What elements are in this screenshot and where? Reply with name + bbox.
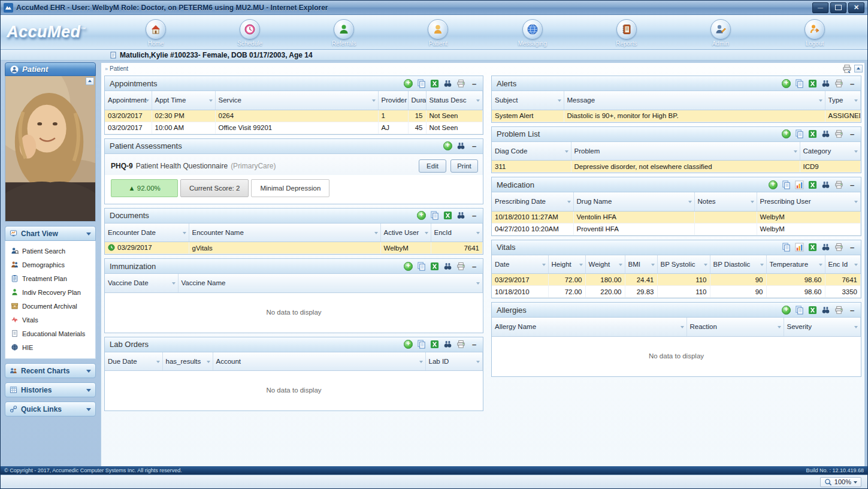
add-icon[interactable]: [781, 79, 791, 89]
add-icon[interactable]: [403, 339, 413, 349]
column-header[interactable]: has_results: [162, 352, 213, 371]
sidebar-item-vitals[interactable]: Vitals: [5, 313, 95, 327]
table-row[interactable]: 10/18/2010 11:27AMVentolin HFAWelbyM: [492, 211, 861, 223]
export-copy-icon[interactable]: [416, 261, 427, 271]
column-header[interactable]: Allergy Name: [492, 318, 686, 336]
column-header[interactable]: Appt Time: [152, 91, 215, 110]
export-copy-icon[interactable]: [794, 129, 805, 139]
table-row[interactable]: 03/29/201772.00180.0024.411109098.607641: [492, 274, 861, 286]
table-row[interactable]: 03/20/201710:00 AMOffice Visit 99201AJ45…: [105, 122, 483, 134]
column-header[interactable]: Category: [800, 142, 861, 161]
nav-schedule[interactable]: Schedule: [228, 19, 271, 47]
export-copy-icon[interactable]: [794, 305, 805, 315]
search-binoculars-icon[interactable]: [821, 242, 831, 252]
column-header[interactable]: Height: [548, 255, 585, 274]
column-header[interactable]: Message: [564, 91, 825, 110]
column-header[interactable]: BP Systolic: [657, 255, 710, 274]
search-binoculars-icon[interactable]: [456, 210, 466, 221]
add-icon[interactable]: [403, 261, 413, 271]
column-header[interactable]: Vaccine Date: [105, 274, 178, 292]
column-header[interactable]: Encounter Date: [105, 224, 189, 242]
excel-export-icon[interactable]: [807, 180, 818, 190]
column-header[interactable]: Problem: [571, 142, 800, 161]
search-binoculars-icon[interactable]: [821, 79, 831, 89]
minimize-button[interactable]: [812, 2, 828, 13]
minimize-panel-icon[interactable]: [469, 79, 479, 89]
excel-export-icon[interactable]: [430, 339, 440, 349]
breadcrumb[interactable]: »Patient: [105, 65, 842, 72]
search-binoculars-icon[interactable]: [821, 305, 831, 315]
minimize-panel-icon[interactable]: [469, 261, 479, 271]
minimize-panel-icon[interactable]: [847, 129, 857, 139]
add-icon[interactable]: [403, 79, 413, 89]
minimize-panel-icon[interactable]: [469, 339, 479, 349]
search-binoculars-icon[interactable]: [443, 79, 453, 89]
sidebar-item-educational-materials[interactable]: Educational Materials: [5, 327, 95, 340]
sidebar-patient-header[interactable]: Patient: [5, 62, 96, 76]
print-icon[interactable]: [834, 129, 844, 139]
add-icon[interactable]: [781, 129, 791, 139]
excel-export-icon[interactable]: [807, 129, 818, 139]
minimize-panel-icon[interactable]: [847, 242, 857, 252]
excel-export-icon[interactable]: [430, 79, 440, 89]
print-icon[interactable]: [834, 79, 844, 89]
column-header[interactable]: Encounter Name: [189, 224, 380, 242]
sidebar-item-document-archival[interactable]: Document Archival: [5, 299, 95, 313]
print-icon[interactable]: [834, 242, 844, 252]
close-button[interactable]: [848, 2, 864, 13]
search-binoculars-icon[interactable]: [443, 339, 453, 349]
export-copy-icon[interactable]: [781, 180, 791, 190]
excel-export-icon[interactable]: [443, 210, 453, 221]
chart-icon[interactable]: [794, 242, 805, 252]
sidebar-section-histories[interactable]: Histories: [5, 382, 96, 397]
column-header[interactable]: Type: [825, 91, 861, 110]
column-header[interactable]: Account: [213, 352, 425, 371]
sidebar-item-hie[interactable]: HIE: [5, 340, 95, 354]
add-icon[interactable]: [443, 141, 453, 151]
sidebar-section-recent-charts[interactable]: Recent Charts: [5, 363, 96, 378]
export-copy-icon[interactable]: [781, 242, 791, 252]
sidebar-item-patient-search[interactable]: Patient Search: [5, 244, 95, 258]
scroll-up-button[interactable]: [854, 65, 863, 73]
column-header[interactable]: Temperature: [766, 255, 825, 274]
sidebar-collapse-arrow[interactable]: [86, 77, 94, 85]
column-header[interactable]: Reaction: [686, 318, 784, 336]
print-icon[interactable]: [456, 261, 466, 271]
sidebar-section-chart-view[interactable]: Chart View: [5, 226, 96, 241]
sidebar-section-quick-links[interactable]: Quick Links: [5, 402, 96, 416]
column-header[interactable]: Drug Name: [573, 192, 694, 211]
print-icon[interactable]: [456, 79, 466, 89]
excel-export-icon[interactable]: [807, 79, 818, 89]
print-icon[interactable]: [456, 339, 466, 349]
sidebar-item-indiv-recovery-plan[interactable]: Indiv Recovery Plan: [5, 285, 95, 299]
zoom-control[interactable]: 100%: [820, 477, 861, 487]
column-header[interactable]: Prescribing User: [757, 192, 861, 211]
export-copy-icon[interactable]: [794, 79, 805, 89]
print-button[interactable]: Print: [450, 159, 478, 173]
table-row[interactable]: 03/29/2017 gVitals WelbyM 7641: [105, 242, 483, 254]
minimize-panel-icon[interactable]: [469, 141, 479, 151]
nav-messaging[interactable]: Messaging: [511, 19, 554, 47]
excel-export-icon[interactable]: [807, 242, 818, 252]
export-copy-icon[interactable]: [430, 210, 440, 221]
nav-admin[interactable]: Admin: [699, 19, 742, 47]
sidebar-item-demographics[interactable]: Demographics: [5, 258, 95, 271]
search-binoculars-icon[interactable]: [443, 261, 453, 271]
column-header[interactable]: Weight: [585, 255, 625, 274]
column-header[interactable]: Enc Id: [825, 255, 861, 274]
column-header[interactable]: Provider: [378, 91, 408, 110]
column-header[interactable]: Severity: [784, 318, 861, 336]
nav-referrals[interactable]: Referrals: [322, 19, 365, 47]
chart-icon[interactable]: [794, 180, 805, 190]
column-header[interactable]: Active User: [380, 224, 431, 242]
search-binoculars-icon[interactable]: [821, 180, 831, 190]
table-row[interactable]: 04/27/2010 10:20AMProventil HFAWelbyM: [492, 223, 861, 235]
minimize-panel-icon[interactable]: [469, 210, 479, 221]
column-header[interactable]: Subject: [492, 91, 564, 110]
print-icon[interactable]: [834, 305, 844, 315]
nav-home[interactable]: Home: [134, 19, 177, 47]
minimize-panel-icon[interactable]: [847, 180, 857, 190]
column-header[interactable]: Appointment: [105, 91, 152, 110]
search-binoculars-icon[interactable]: [456, 141, 466, 151]
column-header[interactable]: Lab ID: [425, 352, 483, 371]
